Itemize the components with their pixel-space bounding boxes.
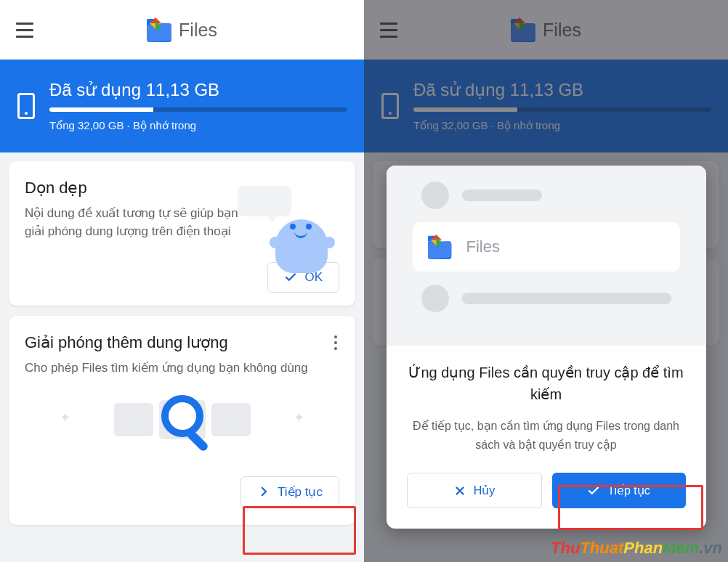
modal-hero-illustration: Files (387, 166, 706, 346)
continue-button[interactable]: Tiếp tục (240, 476, 339, 508)
modal-continue-label: Tiếp tục (607, 484, 650, 497)
continue-button-label: Tiếp tục (278, 484, 323, 500)
device-icon (17, 93, 35, 119)
free-space-card: Giải phóng thêm dung lượng Cho phép File… (9, 316, 355, 525)
cleanup-card-text: Nội dung đề xuất tương tự sẽ giúp bạn gi… (25, 205, 250, 240)
app-title: Files (179, 20, 217, 41)
cleanup-card: Dọn dẹp Nội dung đề xuất tương tự sẽ giú… (9, 161, 355, 306)
modal-hero-app-label: Files (466, 237, 500, 256)
ghost-mascot-icon (268, 203, 335, 273)
modal-text: Để tiếp tục, bạn cần tìm ứng dụng Files … (387, 411, 706, 457)
menu-icon[interactable] (16, 23, 33, 38)
storage-progress (49, 107, 347, 112)
app-header: Files (0, 0, 364, 60)
cancel-button[interactable]: Hủy (407, 473, 542, 508)
close-icon (453, 484, 466, 497)
magnifier-icon (161, 395, 203, 437)
screenshot-right: Files Đã sử dụng 11,13 GB Tổng 32,00 GB … (364, 0, 728, 562)
cleanup-card-title: Dọn dẹp (25, 179, 339, 197)
files-logo-icon (147, 17, 171, 42)
free-space-title: Giải phóng thêm dung lượng (25, 333, 339, 352)
watermark: ThuThuatPhanMem.vn (551, 539, 722, 558)
search-illustration-icon: ✦ ✦ (25, 385, 339, 455)
screenshot-left: Files Đã sử dụng 11,13 GB Tổng 32,00 GB … (0, 0, 364, 562)
free-space-text: Cho phép Files tìm kiếm ứng dụng bạn khô… (25, 359, 330, 378)
cancel-button-label: Hủy (474, 484, 496, 497)
storage-used-label: Đã sử dụng 11,13 GB (49, 80, 347, 100)
modal-title: Ứng dụng Files cần quyền truy cập để tìm… (387, 346, 706, 411)
files-logo-icon (428, 235, 456, 259)
modal-continue-button[interactable]: Tiếp tục (552, 473, 686, 508)
storage-progress-fill (49, 107, 153, 112)
storage-total-label: Tổng 32,00 GB · Bộ nhớ trong (49, 119, 347, 132)
storage-banner: Đã sử dụng 11,13 GB Tổng 32,00 GB · Bộ n… (0, 60, 364, 152)
chevron-right-icon (257, 485, 270, 498)
kebab-icon[interactable] (331, 332, 341, 354)
check-icon (587, 484, 600, 497)
permission-modal: Files Ứng dụng Files cần quyền truy cập … (387, 166, 706, 529)
